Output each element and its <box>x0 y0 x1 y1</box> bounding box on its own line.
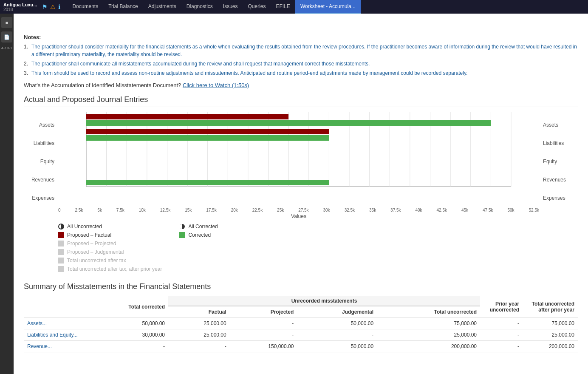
nav-items: Documents Trial Balance Adjustments Diag… <box>67 0 360 14</box>
table-header-group-row: Total corrected Unrecorded misstatements… <box>24 296 578 306</box>
note-item-1: The practitioner should consider materia… <box>24 43 578 58</box>
row-liabilities-total-after-prior: 25,000.00 <box>523 329 578 341</box>
legend-total-uncorrected-after-tax-label: Total uncorrected after tax <box>67 258 126 264</box>
col-header-judgemental: Judgemental <box>297 306 377 318</box>
legend-corrected[interactable]: Corrected <box>179 232 218 238</box>
col-header-total-after-prior: Total uncorrected after prior year <box>523 296 578 318</box>
note-item-2: The practitioner shall communicate all m… <box>24 60 578 68</box>
nav-queries[interactable]: Queries <box>243 0 271 14</box>
row-liabilities-factual: 25,000.00 <box>168 329 230 341</box>
summary-title: Summary of Misstatements in the Financia… <box>24 282 578 291</box>
nav-documents[interactable]: Documents <box>67 0 103 14</box>
brand: Antigua Luxu... 2018 <box>3 2 37 12</box>
y-label-expenses: Expenses <box>24 195 54 201</box>
notes-list: The practitioner should consider materia… <box>24 43 578 77</box>
nav-diagnostics[interactable]: Diagnostics <box>181 0 218 14</box>
y-label-revenues: Revenues <box>24 177 54 183</box>
legend-gray-box-judgemental-icon <box>58 249 65 255</box>
x-label-52.5k: 52.5k <box>529 208 539 212</box>
x-label-17.5k: 17.5k <box>206 208 216 212</box>
row-assets-total-corrected: 50,000.00 <box>117 318 168 329</box>
chart-svg-wrapper: 0 2.5k 5k 7.5k 10k 12.5k 15k 17.5k 20k 2… <box>58 112 540 219</box>
legend-proposed-judgemental[interactable]: Proposed – Judgemental <box>58 249 162 255</box>
col-header-total-uncorrected: Total uncorrected <box>377 306 480 318</box>
nav-trial-balance[interactable]: Trial Balance <box>103 0 143 14</box>
x-label-32.5k: 32.5k <box>345 208 355 212</box>
col-header-prior-year: Prior year uncorrected <box>480 296 523 318</box>
brand-year: 2018 <box>3 7 13 12</box>
x-label-42.5k: 42.5k <box>437 208 447 212</box>
col-header-projected: Projected <box>230 306 297 318</box>
summary-table: Total corrected Unrecorded misstatements… <box>24 296 578 352</box>
chart-section-title: Actual and Proposed Journal Entries <box>24 95 578 107</box>
x-label-25k: 25k <box>277 208 284 212</box>
legend-proposed-projected-label: Proposed – Projected <box>67 241 116 246</box>
row-revenue-label[interactable]: Revenue... <box>24 341 117 352</box>
x-label-27.5k: 27.5k <box>298 208 308 212</box>
row-liabilities-projected: - <box>230 329 297 341</box>
legend-all-uncorrected[interactable]: All Uncorrected <box>58 224 162 230</box>
row-revenue-total-after-prior: 200,000.00 <box>523 341 578 352</box>
legend-gray-box-projected-icon <box>58 241 65 246</box>
legend-group-left: All Uncorrected Proposed – Factual Propo… <box>58 224 162 272</box>
legend-green-box-icon <box>179 232 186 238</box>
watch-link[interactable]: Click here to Watch (1:50s) <box>183 82 249 88</box>
legend-total-uncorrected-after-prior-year[interactable]: Total uncorrected after tax, after prior… <box>58 266 162 272</box>
row-assets-label[interactable]: Assets... <box>24 318 117 329</box>
legend-gray-box-tax-icon <box>58 258 65 264</box>
table-row: Liabilities and Equity... 30,000.00 25,0… <box>24 329 578 341</box>
legend-circle-filled-icon <box>179 224 186 230</box>
x-label-0: 0 <box>58 208 61 212</box>
flag-icon[interactable]: ⚑ <box>42 3 48 10</box>
warning-icon[interactable]: ⚠ <box>50 3 56 10</box>
chart-y-labels-left: Assets Liabilities Equity Revenues Expen… <box>24 112 58 219</box>
sidebar-button-2[interactable]: 📄 <box>1 31 12 42</box>
brand-name: Antigua Luxu... <box>3 2 37 7</box>
x-label-35k: 35k <box>369 208 376 212</box>
notes-title: Notes: <box>24 34 578 40</box>
watch-prompt: What's the Accumulation of Identified Mi… <box>24 82 578 88</box>
row-revenue-total-corrected: - <box>117 341 168 352</box>
legend-proposed-factual[interactable]: Proposed – Factual <box>58 232 162 238</box>
nav-efile[interactable]: EFILE <box>271 0 295 14</box>
legend-total-uncorrected-after-prior-year-label: Total uncorrected after tax, after prior… <box>67 266 162 272</box>
col-header-factual: Factual <box>168 306 230 318</box>
row-revenue-projected: 150,000.00 <box>230 341 297 352</box>
topbar: Antigua Luxu... 2018 ⚑ ⚠ ℹ Documents Tri… <box>0 0 588 14</box>
x-label-15k: 15k <box>185 208 192 212</box>
legend-proposed-projected[interactable]: Proposed – Projected <box>58 241 162 246</box>
y-label-right-expenses: Expenses <box>543 195 578 201</box>
x-label-50k: 50k <box>507 208 514 212</box>
table-row: Assets... 50,000.00 25,000.00 - 50,000.0… <box>24 318 578 329</box>
row-liabilities-label[interactable]: Liabilities and Equity... <box>24 329 117 341</box>
bar-assets-red <box>86 114 288 119</box>
row-liabilities-judgemental: - <box>297 329 377 341</box>
row-revenue-total-uncorrected: 200,000.00 <box>377 341 480 352</box>
bar-liabilities-green <box>86 135 329 141</box>
nav-issues[interactable]: Issues <box>218 0 243 14</box>
nav-worksheet[interactable]: Worksheet - Accumula... <box>295 0 361 14</box>
y-label-right-revenues: Revenues <box>543 177 578 183</box>
note-text-1: The practitioner should consider materia… <box>31 44 577 57</box>
info-icon[interactable]: ℹ <box>58 3 60 10</box>
legend-all-corrected[interactable]: All Corrected <box>179 224 218 230</box>
legend-total-uncorrected-after-tax[interactable]: Total uncorrected after tax <box>58 258 162 264</box>
x-label-7.5k: 7.5k <box>116 208 124 212</box>
sidebar-label: 4-10-1 <box>1 46 12 50</box>
row-liabilities-total-uncorrected: 25,000.00 <box>377 329 480 341</box>
x-label-5k: 5k <box>97 208 102 212</box>
row-assets-prior-year: - <box>480 318 523 329</box>
legend-circle-half-icon <box>58 224 65 230</box>
y-label-right-liabilities: Liabilities <box>543 140 578 146</box>
notes-section: Notes: The practitioner should consider … <box>24 34 578 77</box>
y-label-equity: Equity <box>24 159 54 164</box>
legend-proposed-judgemental-label: Proposed – Judgemental <box>67 249 124 255</box>
y-label-right-assets: Assets <box>543 122 578 128</box>
sidebar-button-1[interactable]: ■ <box>1 17 12 28</box>
legend-proposed-factual-label: Proposed – Factual <box>67 232 111 238</box>
nav-adjustments[interactable]: Adjustments <box>143 0 181 14</box>
chart-legend: All Uncorrected Proposed – Factual Propo… <box>58 224 578 272</box>
note-item-3: This form should be used to record and a… <box>24 69 578 77</box>
note-text-3: This form should be used to record and a… <box>31 70 467 76</box>
chart-y-labels-right: Assets Liabilities Equity Revenues Expen… <box>540 112 578 219</box>
